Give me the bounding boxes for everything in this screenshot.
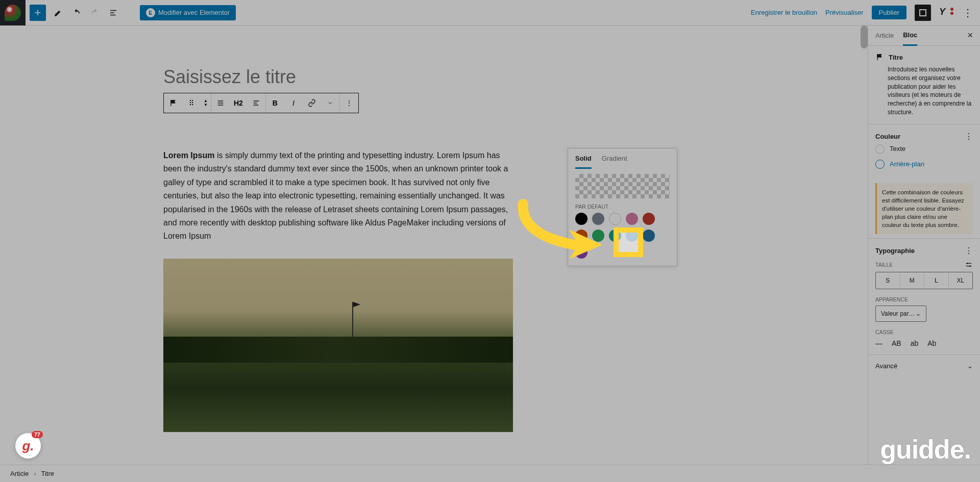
scrollbar-thumb[interactable] (861, 26, 868, 48)
color-swatch-8[interactable] (626, 230, 638, 242)
svg-point-3 (969, 266, 971, 267)
edit-tool-icon[interactable] (50, 5, 66, 21)
redo-icon[interactable] (87, 5, 103, 21)
color-swatch-2[interactable] (609, 213, 621, 225)
wp-logo[interactable] (0, 0, 26, 26)
size-label: TAILLE (875, 262, 893, 268)
color-swatch-5[interactable] (575, 230, 587, 242)
guidde-watermark: guidde. (880, 434, 971, 465)
guidde-badge-count: 77 (32, 431, 43, 438)
size-toggle: S M L XL (875, 272, 973, 289)
post-title-input[interactable]: Saisissez le titre (163, 66, 513, 88)
svg-rect-0 (170, 100, 171, 106)
size-settings-icon[interactable] (965, 261, 973, 269)
image-block[interactable] (163, 259, 513, 432)
yoast-icon[interactable] (939, 7, 951, 19)
background-color-row[interactable]: Arrière-plan (875, 157, 973, 172)
block-title-label: Titre (889, 54, 903, 61)
color-picker-popover: Solid Gradient PAR DÉFAUT (568, 148, 677, 266)
case-none[interactable]: — (875, 339, 883, 347)
block-more-icon[interactable]: ⋮ (340, 93, 358, 113)
preview-button[interactable]: Prévisualiser (825, 9, 863, 16)
publish-button[interactable]: Publier (872, 6, 906, 19)
color-swatch-7[interactable] (609, 230, 621, 242)
italic-button[interactable]: I (284, 93, 303, 113)
color-more-icon[interactable]: ⋮ (965, 132, 973, 141)
breadcrumb-separator: › (34, 470, 36, 477)
move-up-down[interactable]: ▲▼ (201, 99, 211, 107)
size-l[interactable]: L (924, 272, 948, 289)
tab-bloc[interactable]: Bloc (903, 26, 917, 46)
size-m[interactable]: M (900, 272, 924, 289)
breadcrumb-titre[interactable]: Titre (41, 470, 54, 477)
default-colors-label: PAR DÉFAUT (568, 204, 677, 210)
gradient-tab[interactable]: Gradient (602, 155, 627, 169)
color-swatch-3[interactable] (626, 213, 638, 225)
text-align-icon[interactable] (247, 93, 265, 113)
document-outline-icon[interactable] (105, 5, 121, 21)
undo-icon[interactable] (68, 5, 85, 21)
text-color-row[interactable]: Texte (875, 141, 973, 157)
case-cap[interactable]: Ab (927, 339, 936, 347)
typography-title: Typographie (875, 247, 915, 255)
color-swatch-9[interactable] (643, 230, 655, 242)
color-swatch-grid (568, 210, 677, 266)
color-preview[interactable] (575, 174, 670, 198)
elementor-edit-button[interactable]: EModifier avec Elementor (140, 5, 236, 20)
settings-sidebar: Article Bloc × Titre Introduisez les nou… (868, 26, 980, 465)
solid-tab[interactable]: Solid (575, 155, 592, 169)
save-draft-button[interactable]: Enregistrer le brouillon (751, 9, 817, 16)
guidde-badge-icon: g. (22, 438, 34, 454)
svg-rect-1 (877, 54, 877, 60)
contrast-warning: Cette combinaison de couleurs est diffic… (875, 183, 973, 234)
close-sidebar-icon[interactable]: × (967, 30, 973, 41)
heading-block-icon (875, 53, 884, 61)
advanced-section[interactable]: Avancé⌄ (875, 362, 973, 370)
align-icon[interactable] (211, 93, 230, 113)
color-swatch-10[interactable] (575, 246, 587, 259)
size-s[interactable]: S (876, 272, 900, 289)
color-swatch-1[interactable] (592, 213, 604, 225)
case-lower[interactable]: ab (911, 339, 919, 347)
guidde-badge[interactable]: g. 77 (15, 433, 41, 459)
breadcrumb-article[interactable]: Article (10, 470, 29, 477)
more-options-icon[interactable]: ⋮ (960, 7, 976, 19)
top-toolbar: + EModifier avec Elementor Enregistrer l… (0, 0, 980, 26)
appearance-label: APPARENCE (875, 296, 908, 302)
heading-level-button[interactable]: H2 (230, 93, 247, 113)
color-section-title: Couleur (875, 133, 900, 140)
case-label: CASSE (875, 329, 894, 335)
size-xl[interactable]: XL (948, 272, 973, 289)
color-swatch-4[interactable] (643, 213, 655, 225)
color-swatch-6[interactable] (592, 230, 604, 242)
typo-more-icon[interactable]: ⋮ (965, 246, 973, 256)
settings-panel-toggle[interactable] (915, 5, 931, 21)
drag-handle-icon[interactable]: ⠿ (182, 93, 201, 113)
tab-article[interactable]: Article (875, 26, 894, 45)
block-type-icon[interactable] (164, 93, 182, 113)
editor-canvas[interactable]: Saisissez le titre ⠿ ▲▼ H2 B I (0, 26, 868, 465)
elementor-icon: E (146, 8, 155, 17)
appearance-select[interactable]: Valeur par…⌄ (875, 306, 926, 322)
block-toolbar: ⠿ ▲▼ H2 B I ⋮ (163, 93, 359, 113)
block-description: Introduisez les nouvelles sections et or… (875, 65, 973, 117)
paragraph-block[interactable]: Lorem Ipsum is simply dummy text of the … (163, 149, 513, 243)
link-button[interactable] (303, 93, 321, 113)
case-upper[interactable]: AB (892, 339, 901, 347)
svg-point-2 (967, 263, 968, 264)
bold-button[interactable]: B (266, 93, 284, 113)
more-format-icon[interactable] (321, 93, 339, 113)
color-swatch-0[interactable] (575, 213, 587, 225)
breadcrumb-footer: Article › Titre (0, 465, 980, 482)
add-block-button[interactable]: + (30, 5, 46, 21)
